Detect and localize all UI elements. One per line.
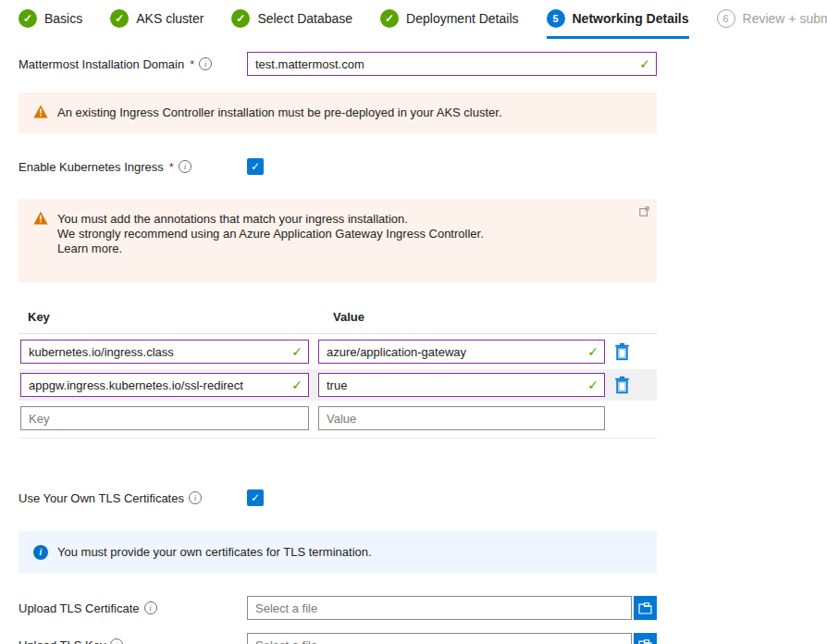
domain-input[interactable] (247, 52, 657, 76)
folder-icon (638, 639, 652, 644)
tab-label: AKS cluster (136, 11, 204, 26)
domain-label-text: Mattermost Installation Domain (19, 57, 184, 71)
annotation-row-empty (19, 402, 657, 434)
annotation-key-input-new[interactable] (20, 406, 309, 430)
step-complete-icon: ✓ (110, 9, 129, 28)
warning-text: An existing Ingress Controller installat… (57, 105, 642, 120)
required-asterisk: * (169, 160, 174, 174)
tab-label: Review + submit (743, 11, 827, 26)
warning-line-1: You must add the annotations that match … (57, 212, 630, 227)
step-complete-icon: ✓ (231, 9, 250, 28)
own-tls-label: Use Your Own TLS Certificates i (19, 491, 247, 505)
warning-icon (33, 105, 48, 118)
annotation-row-2: ✓ ✓ (19, 369, 657, 401)
trash-icon (614, 376, 630, 394)
annotations-warning-banner: You must add the annotations that match … (19, 199, 657, 282)
tls-info-banner: i You must provide your own certificates… (19, 531, 657, 574)
key-input-wrap: ✓ (20, 373, 309, 397)
annotations-table-header: Key Value (19, 310, 657, 333)
info-icon[interactable]: i (144, 601, 157, 614)
upload-cert-label-text: Upload TLS Certificate (19, 601, 140, 615)
domain-field-row: Mattermost Installation Domain* i ✓ (19, 52, 657, 76)
delete-row-button[interactable] (614, 342, 630, 361)
tab-label: Select Database (257, 11, 352, 26)
warning-line-2: We strongly recommend using an Azure App… (57, 227, 630, 242)
value-input-wrap: ✓ (318, 373, 605, 397)
tab-select-database[interactable]: ✓ Select Database (231, 9, 352, 39)
upload-key-input[interactable] (247, 633, 632, 644)
upload-cert-input[interactable] (247, 596, 632, 620)
required-asterisk: * (190, 57, 194, 71)
warning-line-3[interactable]: Learn more. (57, 242, 630, 256)
table-header-divider (19, 333, 657, 334)
tab-label: Basics (44, 11, 82, 26)
delete-row-button[interactable] (614, 376, 630, 394)
folder-icon (638, 602, 652, 614)
annotation-key-input-2[interactable] (20, 373, 309, 397)
annotation-value-input-new[interactable] (318, 406, 605, 430)
tab-label: Networking Details (573, 11, 689, 26)
upload-cert-row: Upload TLS Certificate i (19, 596, 657, 620)
annotation-row-1: ✓ ✓ (19, 336, 657, 367)
browse-key-button[interactable] (634, 633, 657, 644)
tab-aks-cluster[interactable]: ✓ AKS cluster (110, 9, 204, 39)
browse-cert-button[interactable] (634, 596, 657, 620)
annotations-table: Key Value ✓ ✓ (19, 310, 657, 439)
value-input-wrap: ✓ (318, 340, 605, 364)
upload-key-label-text: Upload TLS Key (19, 638, 105, 644)
key-column-header: Key (28, 310, 333, 324)
enable-ingress-label: Enable Kubernetes Ingress* i (19, 160, 247, 174)
info-icon[interactable]: i (189, 491, 202, 504)
tab-networking-details[interactable]: 5 Networking Details (547, 9, 689, 39)
tab-review-submit[interactable]: 6 Review + submit (717, 9, 827, 39)
warning-icon (33, 211, 48, 225)
table-bottom-divider (19, 438, 657, 439)
trash-icon (614, 342, 630, 361)
info-icon[interactable]: i (199, 57, 212, 70)
annotation-key-input-1[interactable] (20, 340, 309, 364)
enable-ingress-row: Enable Kubernetes Ingress* i ✓ (19, 158, 657, 175)
upload-cert-label: Upload TLS Certificate i (19, 601, 247, 615)
open-in-new-icon[interactable] (639, 206, 649, 217)
annotation-value-input-1[interactable] (318, 340, 605, 364)
info-icon[interactable]: i (110, 638, 123, 644)
domain-input-wrap: ✓ (247, 52, 657, 76)
key-input-wrap: ✓ (20, 340, 309, 364)
domain-label: Mattermost Installation Domain* i (19, 57, 247, 71)
tab-basics[interactable]: ✓ Basics (19, 9, 82, 39)
own-tls-checkbox[interactable]: ✓ (247, 489, 264, 506)
enable-ingress-checkbox[interactable]: ✓ (247, 158, 264, 175)
info-icon[interactable]: i (179, 160, 191, 173)
ingress-controller-warning-banner: An existing Ingress Controller installat… (19, 93, 657, 133)
step-number-icon: 6 (717, 9, 735, 28)
info-filled-icon: i (33, 545, 48, 560)
upload-key-label: Upload TLS Key i (19, 638, 247, 644)
own-tls-label-text: Use Your Own TLS Certificates (19, 491, 184, 505)
step-complete-icon: ✓ (19, 9, 37, 28)
own-tls-row: Use Your Own TLS Certificates i ✓ (19, 489, 657, 506)
annotation-value-input-2[interactable] (318, 373, 605, 397)
value-column-header: Value (333, 310, 364, 324)
enable-ingress-label-text: Enable Kubernetes Ingress (19, 160, 164, 174)
step-number-icon: 5 (547, 9, 565, 28)
tab-label: Deployment Details (406, 11, 518, 26)
info-text: You must provide your own certificates f… (57, 545, 642, 560)
warning-text: You must add the annotations that match … (57, 212, 630, 269)
networking-details-form: Mattermost Installation Domain* i ✓ An e… (19, 52, 657, 644)
wizard-tabs: ✓ Basics ✓ AKS cluster ✓ Select Database… (0, 0, 827, 39)
tab-deployment-details[interactable]: ✓ Deployment Details (380, 9, 518, 39)
upload-key-row: Upload TLS Key i (19, 633, 657, 644)
step-complete-icon: ✓ (380, 9, 399, 28)
